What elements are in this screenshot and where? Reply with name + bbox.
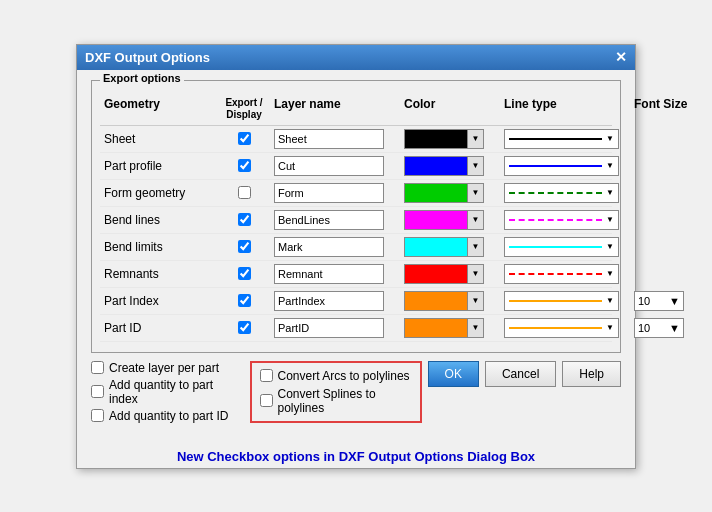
color-dropdown[interactable]: ▼	[404, 156, 484, 176]
button-row: OK Cancel Help	[428, 361, 621, 387]
header-linetype: Line type	[504, 97, 634, 121]
export-checkbox[interactable]	[238, 321, 251, 334]
geometry-label: Sheet	[104, 132, 214, 146]
fontsize-dropdown[interactable]: 10 ▼	[634, 318, 684, 338]
header-geometry: Geometry	[104, 97, 214, 121]
layer-name-input[interactable]	[274, 291, 384, 311]
linetype-dropdown[interactable]: ▼	[504, 237, 619, 257]
geometry-label: Part profile	[104, 159, 214, 173]
export-options-group: Export options Geometry Export / Display…	[91, 80, 621, 353]
geometry-label: Part Index	[104, 294, 214, 308]
fontsize-dropdown[interactable]: 10 ▼	[634, 291, 684, 311]
linetype-dropdown[interactable]: ▼	[504, 183, 619, 203]
color-dropdown-arrow[interactable]: ▼	[467, 319, 483, 337]
color-dropdown[interactable]: ▼	[404, 318, 484, 338]
export-checkbox[interactable]	[238, 240, 251, 253]
layer-name-input[interactable]	[274, 156, 384, 176]
color-dropdown-arrow[interactable]: ▼	[467, 157, 483, 175]
bottom-checkbox-2[interactable]: Add quantity to part ID	[91, 409, 240, 423]
bottom-checkbox-0[interactable]: Create layer per part	[91, 361, 240, 375]
geometry-label: Part ID	[104, 321, 214, 335]
help-button[interactable]: Help	[562, 361, 621, 387]
export-checkbox[interactable]	[238, 294, 251, 307]
layer-name-input[interactable]	[274, 237, 384, 257]
ok-button[interactable]: OK	[428, 361, 479, 387]
convert-options-box: Convert Arcs to polylines Convert Spline…	[250, 361, 422, 423]
layer-name-input[interactable]	[274, 264, 384, 284]
dialog-body: Export options Geometry Export / Display…	[77, 70, 635, 441]
linetype-dropdown[interactable]: ▼	[504, 129, 619, 149]
linetype-dropdown[interactable]: ▼	[504, 291, 619, 311]
export-checkbox[interactable]	[238, 186, 251, 199]
color-dropdown-arrow[interactable]: ▼	[467, 211, 483, 229]
table-row: Remnants ▼ ▼	[100, 261, 612, 288]
convert-checkbox-1[interactable]: Convert Splines to polylines	[260, 387, 412, 415]
color-dropdown-arrow[interactable]: ▼	[467, 238, 483, 256]
export-checkbox[interactable]	[238, 213, 251, 226]
cancel-button[interactable]: Cancel	[485, 361, 556, 387]
color-dropdown[interactable]: ▼	[404, 210, 484, 230]
color-dropdown-arrow[interactable]: ▼	[467, 130, 483, 148]
table-row: Sheet ▼ ▼	[100, 126, 612, 153]
layer-name-input[interactable]	[274, 210, 384, 230]
header-color: Color	[404, 97, 504, 121]
color-dropdown-arrow[interactable]: ▼	[467, 292, 483, 310]
color-dropdown[interactable]: ▼	[404, 237, 484, 257]
geometry-label: Bend limits	[104, 240, 214, 254]
color-dropdown[interactable]: ▼	[404, 129, 484, 149]
convert-checkbox-0[interactable]: Convert Arcs to polylines	[260, 369, 412, 383]
table-header: Geometry Export / Display Layer name Col…	[100, 93, 612, 126]
table-row: Bend limits ▼ ▼	[100, 234, 612, 261]
table-row: Part profile ▼ ▼	[100, 153, 612, 180]
geometry-label: Remnants	[104, 267, 214, 281]
color-dropdown-arrow[interactable]: ▼	[467, 265, 483, 283]
geometry-label: Bend lines	[104, 213, 214, 227]
geometry-label: Form geometry	[104, 186, 214, 200]
title-bar: DXF Output Options ✕	[77, 45, 635, 70]
table-row: Part ID ▼ ▼ 1	[100, 315, 612, 342]
export-checkbox[interactable]	[238, 267, 251, 280]
linetype-dropdown[interactable]: ▼	[504, 210, 619, 230]
linetype-dropdown[interactable]: ▼	[504, 156, 619, 176]
linetype-dropdown[interactable]: ▼	[504, 318, 619, 338]
layer-name-input[interactable]	[274, 318, 384, 338]
export-checkbox[interactable]	[238, 159, 251, 172]
export-checkbox[interactable]	[238, 132, 251, 145]
dialog-title: DXF Output Options	[85, 50, 210, 65]
header-layer: Layer name	[274, 97, 404, 121]
dxf-output-dialog: DXF Output Options ✕ Export options Geom…	[76, 44, 636, 469]
bottom-checkboxes: Create layer per part Add quantity to pa…	[91, 361, 240, 423]
color-dropdown-arrow[interactable]: ▼	[467, 184, 483, 202]
close-button[interactable]: ✕	[615, 50, 627, 64]
linetype-dropdown[interactable]: ▼	[504, 264, 619, 284]
color-dropdown[interactable]: ▼	[404, 291, 484, 311]
layer-name-input[interactable]	[274, 183, 384, 203]
color-dropdown[interactable]: ▼	[404, 264, 484, 284]
header-export: Export / Display	[214, 97, 274, 121]
table-row: Bend lines ▼ ▼	[100, 207, 612, 234]
caption-text: New Checkbox options in DXF Output Optio…	[77, 441, 635, 468]
layer-name-input[interactable]	[274, 129, 384, 149]
table-row: Form geometry ▼ ▼	[100, 180, 612, 207]
bottom-checkbox-1[interactable]: Add quantity to part index	[91, 378, 240, 406]
table-row: Part Index ▼ ▼	[100, 288, 612, 315]
color-dropdown[interactable]: ▼	[404, 183, 484, 203]
header-fontsize: Font Size	[634, 97, 704, 121]
group-label: Export options	[100, 72, 184, 84]
table-rows: Sheet ▼ ▼ Part	[100, 126, 612, 342]
